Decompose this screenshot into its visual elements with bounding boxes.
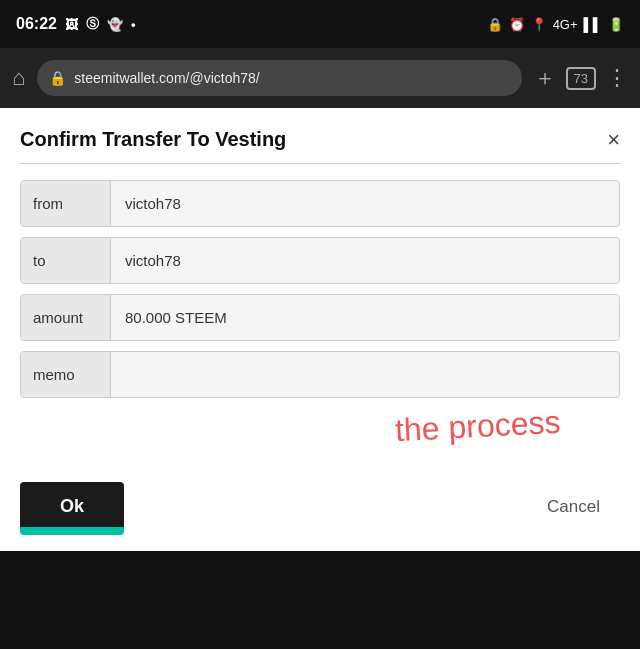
s-icon: Ⓢ <box>86 15 99 33</box>
signal-icon: ▌▌ <box>584 17 602 32</box>
memo-label: memo <box>21 352 111 397</box>
from-field-row: from victoh78 <box>20 180 620 227</box>
dialog-title: Confirm Transfer To Vesting <box>20 128 286 151</box>
cancel-button[interactable]: Cancel <box>547 497 600 517</box>
ok-button[interactable]: Ok <box>20 482 124 531</box>
status-bar: 06:22 🖼 Ⓢ 👻 • 🔒 ⏰ 📍 4G+ ▌▌ 🔋 <box>0 0 640 48</box>
annotation-area: the process <box>20 408 620 478</box>
from-value: victoh78 <box>111 181 619 226</box>
to-field-row: to victoh78 <box>20 237 620 284</box>
from-label: from <box>21 181 111 226</box>
dot-icon: • <box>131 17 136 32</box>
home-icon[interactable]: ⌂ <box>12 65 25 91</box>
header-divider <box>20 163 620 164</box>
add-tab-icon[interactable]: ＋ <box>534 63 556 93</box>
amount-field-row: amount 80.000 STEEM <box>20 294 620 341</box>
lock-icon: 🔒 <box>49 70 66 86</box>
image-icon: 🖼 <box>65 17 78 32</box>
buttons-row: Ok Cancel <box>20 482 620 531</box>
browser-actions: ＋ 73 ⋮ <box>534 63 628 93</box>
memo-field-row: memo <box>20 351 620 398</box>
to-label: to <box>21 238 111 283</box>
status-time: 06:22 <box>16 15 57 33</box>
network-icon: 4G+ <box>553 17 578 32</box>
more-options-icon[interactable]: ⋮ <box>606 65 628 91</box>
tab-count[interactable]: 73 <box>566 67 596 90</box>
dialog-header: Confirm Transfer To Vesting × <box>20 128 620 151</box>
memo-value[interactable] <box>111 361 619 389</box>
url-text: steemitwallet.com/@victoh78/ <box>74 70 259 86</box>
browser-bar: ⌂ 🔒 steemitwallet.com/@victoh78/ ＋ 73 ⋮ <box>0 48 640 108</box>
status-right-icons: 🔒 ⏰ 📍 4G+ ▌▌ 🔋 <box>487 17 624 32</box>
annotation-text: the process <box>394 404 561 450</box>
url-bar[interactable]: 🔒 steemitwallet.com/@victoh78/ <box>37 60 521 96</box>
alarm-icon: ⏰ <box>509 17 525 32</box>
battery-icon: 🔋 <box>608 17 624 32</box>
to-value: victoh78 <box>111 238 619 283</box>
location-icon: 📍 <box>531 17 547 32</box>
close-button[interactable]: × <box>607 129 620 151</box>
shield-icon: 🔒 <box>487 17 503 32</box>
amount-value: 80.000 STEEM <box>111 295 619 340</box>
dialog-container: Confirm Transfer To Vesting × from victo… <box>0 108 640 551</box>
amount-label: amount <box>21 295 111 340</box>
ghost-icon: 👻 <box>107 17 123 32</box>
